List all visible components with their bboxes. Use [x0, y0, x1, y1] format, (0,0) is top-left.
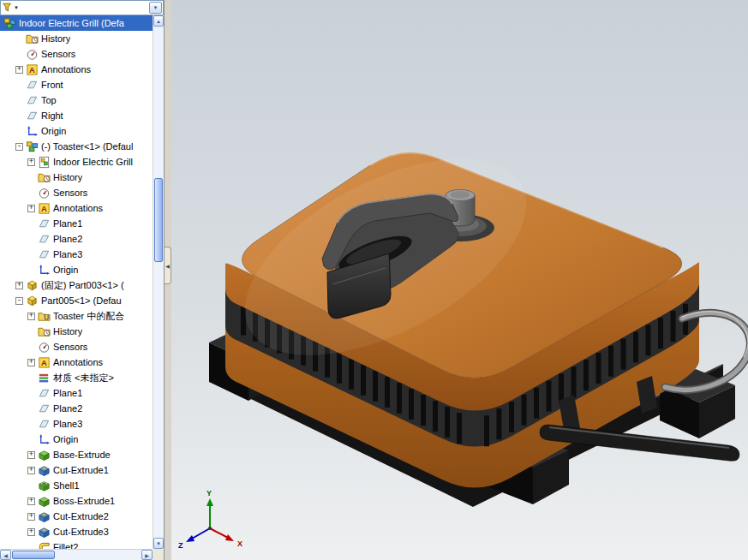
tree-item-label: History: [53, 326, 82, 337]
expander-toggle[interactable]: [27, 478, 38, 493]
tree-item-plane1[interactable]: Plane1: [0, 385, 153, 401]
collapse-panel-arrow-icon[interactable]: ◀: [165, 247, 171, 284]
tree-item-plane3[interactable]: Plane3: [0, 247, 153, 262]
tree-item-label: History: [53, 172, 82, 182]
scroll-right-button[interactable]: ▶: [141, 550, 153, 560]
expander-toggle[interactable]: [15, 31, 26, 46]
tree-item-front[interactable]: Front: [0, 77, 153, 92]
funnel-caret-icon[interactable]: ▼: [14, 5, 19, 10]
tree-item-indoor-electric-grill-defa[interactable]: Indoor Electric Grill (Defa: [0, 15, 153, 31]
horizontal-scroll-thumb[interactable]: [12, 551, 55, 559]
feature-icon: [38, 464, 51, 477]
tree-item-indoor-electric-grill[interactable]: + Indoor Electric Grill: [0, 154, 153, 170]
panel-splitter[interactable]: ◀: [165, 0, 171, 560]
expander-toggle[interactable]: [27, 247, 38, 262]
expander-toggle[interactable]: +: [27, 462, 38, 478]
expander-toggle[interactable]: [15, 77, 26, 92]
tree-item-sensors[interactable]: Sensors: [0, 185, 153, 200]
orientation-triad: Y X Z: [178, 489, 242, 550]
expander-toggle[interactable]: [27, 385, 38, 401]
scroll-down-button[interactable]: ▼: [153, 538, 164, 549]
feature-icon: [38, 372, 51, 384]
tree-item-label: Cut-Extrude3: [53, 527, 109, 537]
expander-toggle[interactable]: [27, 539, 38, 549]
expander-toggle[interactable]: -: [15, 293, 26, 308]
expander-toggle[interactable]: [15, 92, 26, 108]
tree-item-origin[interactable]: Origin: [0, 432, 153, 447]
tree-vertical-scrollbar[interactable]: ▲ ▼: [153, 15, 164, 549]
tree-item-sensors[interactable]: Sensors: [0, 339, 153, 354]
tree-item-plane2[interactable]: Plane2: [0, 231, 153, 247]
feature-icon: [26, 33, 39, 45]
tree-item-toaster-1-defaul[interactable]: - (-) Toaster<1> (Defaul: [0, 139, 153, 154]
vertical-scroll-thumb[interactable]: [154, 178, 163, 262]
tree-item-top[interactable]: Top: [0, 92, 153, 108]
expander-toggle[interactable]: +: [27, 354, 38, 370]
expander-toggle[interactable]: [27, 170, 38, 185]
expander-toggle[interactable]: +: [27, 308, 38, 324]
expander-toggle[interactable]: +: [27, 524, 38, 539]
tree-item-boss-extrude1[interactable]: + Boss-Extrude1: [0, 493, 153, 509]
tree-item-annotations[interactable]: + Annotations: [0, 200, 153, 216]
expander-toggle[interactable]: +: [27, 447, 38, 462]
feature-icon: [38, 356, 51, 369]
tree-item-label: Fillet2: [53, 542, 78, 549]
tree-item-history[interactable]: History: [0, 324, 153, 339]
feature-icon: [26, 94, 39, 107]
expander-toggle[interactable]: +: [15, 277, 26, 293]
tree-item-plane1[interactable]: Plane1: [0, 216, 153, 231]
expander-toggle[interactable]: [27, 262, 38, 277]
filter-dropdown-button[interactable]: ▼: [149, 2, 162, 14]
tree-item-fillet2[interactable]: Fillet2: [0, 539, 153, 549]
tree-item-right[interactable]: Right: [0, 108, 153, 123]
3d-model-indoor-electric-grill[interactable]: Y X Z: [171, 0, 748, 560]
filter-input[interactable]: [21, 2, 149, 14]
expander-toggle[interactable]: [27, 339, 38, 354]
expander-toggle[interactable]: +: [27, 154, 38, 170]
tree-item-plane2[interactable]: Plane2: [0, 401, 153, 416]
tree-item-origin[interactable]: Origin: [0, 262, 153, 277]
tree-item-part005-1-defau[interactable]: - Part005<1> (Defau: [0, 293, 153, 308]
expander-toggle[interactable]: [27, 370, 38, 385]
tree-item-history[interactable]: History: [0, 31, 153, 46]
tree-item-cut-extrude2[interactable]: + Cut-Extrude2: [0, 509, 153, 524]
expander-toggle[interactable]: +: [15, 62, 26, 77]
tree-item-plane3[interactable]: Plane3: [0, 416, 153, 432]
feature-icon: [26, 79, 39, 92]
expander-toggle[interactable]: -: [15, 139, 26, 154]
expander-toggle[interactable]: [15, 108, 26, 123]
tree-item-label: Origin: [53, 434, 78, 444]
tree-item-part003-1[interactable]: + (固定) Part003<1> (: [0, 277, 153, 293]
scrollbar-corner: [153, 549, 164, 560]
expander-toggle[interactable]: [27, 216, 38, 231]
graphics-viewport[interactable]: Y X Z: [171, 0, 748, 560]
expander-toggle[interactable]: [27, 231, 38, 247]
tree-item-sensors[interactable]: Sensors: [0, 46, 153, 62]
tree-item-cut-extrude3[interactable]: + Cut-Extrude3: [0, 524, 153, 539]
tree-item-annotations[interactable]: + Annotations: [0, 62, 153, 77]
expander-toggle[interactable]: +: [27, 200, 38, 216]
tree-item-shell1[interactable]: Shell1: [0, 478, 153, 493]
expander-toggle[interactable]: [15, 123, 26, 139]
scroll-left-button[interactable]: ◀: [0, 550, 11, 560]
tree-item-toaster[interactable]: + Toaster 中的配合: [0, 308, 153, 324]
tree-item-history[interactable]: History: [0, 170, 153, 185]
expander-toggle[interactable]: [15, 46, 26, 62]
tree-item-origin[interactable]: Origin: [0, 123, 153, 139]
expander-toggle[interactable]: [27, 432, 38, 447]
expander-toggle[interactable]: +: [27, 509, 38, 524]
filter-funnel-icon[interactable]: [2, 2, 14, 14]
expander-toggle[interactable]: [27, 401, 38, 416]
expander-toggle[interactable]: [27, 324, 38, 339]
tree-item-base-extrude[interactable]: + Base-Extrude: [0, 447, 153, 462]
feature-manager-panel: ▼ ▼ Indoor Electric Grill (Defa History …: [0, 0, 165, 560]
tree-item-cut-extrude1[interactable]: + Cut-Extrude1: [0, 462, 153, 478]
scroll-up-button[interactable]: ▲: [153, 15, 164, 27]
expander-toggle[interactable]: [27, 416, 38, 432]
tree-horizontal-scrollbar[interactable]: ◀ ▶: [0, 549, 153, 560]
expander-toggle[interactable]: +: [27, 493, 38, 509]
tree-item-[interactable]: 材质 <未指定>: [0, 370, 153, 385]
solidworks-window: ▼ ▼ Indoor Electric Grill (Defa History …: [0, 0, 748, 560]
expander-toggle[interactable]: [27, 185, 38, 200]
tree-item-annotations[interactable]: + Annotations: [0, 354, 153, 370]
